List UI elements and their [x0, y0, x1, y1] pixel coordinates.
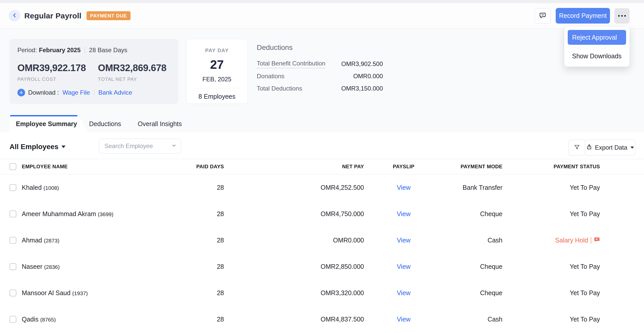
hold-comment-icon[interactable]: [594, 237, 600, 244]
chevron-down-icon: [61, 146, 66, 148]
net-pay: OMR0.000: [224, 237, 364, 244]
paid-days: 28: [175, 184, 224, 191]
row-checkbox[interactable]: [9, 184, 16, 191]
payroll-cost-label: PAYROLL COST: [17, 76, 98, 82]
comments-button[interactable]: [535, 8, 551, 24]
row-checkbox[interactable]: [9, 316, 16, 323]
menu-divider: [566, 48, 628, 48]
payslip-view-link[interactable]: View: [397, 289, 411, 296]
payslip-view-link[interactable]: View: [397, 237, 411, 244]
tab-deductions[interactable]: Deductions: [89, 115, 121, 132]
net-pay: OMR4,750.000: [224, 210, 364, 218]
page-title: Regular Payroll: [24, 12, 81, 20]
paid-days: 28: [175, 263, 224, 270]
record-payment-button[interactable]: Record Payment: [556, 8, 610, 24]
paid-days: 28: [175, 237, 224, 244]
chevron-left-icon: [12, 13, 17, 19]
payment-mode: Cash: [443, 316, 502, 323]
row-checkbox[interactable]: [9, 290, 16, 296]
net-pay: OMR3,320.000: [224, 289, 364, 297]
back-button[interactable]: [9, 10, 20, 21]
col-payment-status: PAYMENT STATUS: [502, 164, 600, 170]
row-checkbox[interactable]: [9, 263, 16, 270]
bank-advice-link[interactable]: Bank Advice: [98, 89, 132, 96]
payment-status: Yet To Pay: [502, 263, 600, 270]
table-header: EMPLOYEE NAME PAID DAYS NET PAY PAYSLIP …: [0, 159, 644, 174]
payroll-summary-card: Period: February 2025 28 Base Days OMR39…: [9, 39, 178, 104]
tab-overall-insights[interactable]: Overall Insights: [138, 115, 182, 132]
table-body: Khaled (1008) 28 OMR4,252.500 View Bank …: [0, 174, 644, 332]
employee-filter-dropdown[interactable]: All Employees: [9, 143, 66, 151]
paid-days: 28: [175, 210, 224, 218]
net-pay: OMR2,850.000: [224, 263, 364, 270]
deductions-title: Deductions: [257, 43, 383, 52]
divider: [85, 47, 85, 53]
employee-id: (1008): [44, 185, 59, 191]
chevron-down-icon: [171, 143, 177, 149]
employee-summary-panel: All Employees Export Data EMPLOYEE NAME …: [0, 132, 644, 333]
export-icon: [586, 144, 592, 151]
col-payment-mode: PAYMENT MODE: [443, 164, 502, 170]
download-icon: [17, 89, 25, 96]
payment-status: Yet To Pay: [502, 184, 600, 191]
base-days: 28 Base Days: [89, 47, 127, 54]
employee-id: (3699): [98, 211, 113, 217]
col-employee-name: EMPLOYEE NAME: [22, 164, 175, 170]
employee-name: Khaled: [22, 184, 42, 191]
export-data-button[interactable]: Export Data: [585, 140, 635, 156]
payment-status: Yet To Pay: [502, 210, 600, 218]
payment-mode: Cheque: [443, 289, 502, 297]
employee-name: Naseer: [22, 263, 42, 270]
net-pay: OMR4,837.500: [224, 316, 364, 323]
payment-mode: Cheque: [443, 210, 502, 218]
menu-item-reject-approval[interactable]: Reject Approval: [568, 30, 626, 45]
deduction-row: Total Deductions OMR3,150.000: [257, 82, 383, 95]
payday-employee-count: 8 Employees: [186, 93, 248, 100]
total-net-pay-label: TOTAL NET PAY: [98, 76, 179, 82]
deduction-label-donations: Donations: [257, 73, 284, 80]
col-paid-days: PAID DAYS: [175, 164, 224, 170]
status-badge: PAYMENT DUE: [87, 11, 131, 20]
filter-button[interactable]: [568, 140, 585, 156]
employee-id: (2836): [44, 264, 60, 270]
employee-search-select[interactable]: [99, 139, 181, 153]
menu-item-show-downloads[interactable]: Show Downloads: [564, 49, 629, 63]
salary-hold-status[interactable]: Salary Hold: [555, 237, 600, 244]
deductions-summary: Deductions Total Benefit Contribution OM…: [257, 43, 383, 95]
deduction-row: Total Benefit Contribution OMR3,902.500: [257, 58, 383, 70]
page-header: Regular Payroll PAYMENT DUE Record Payme…: [0, 3, 644, 29]
payment-status: Yet To Pay: [502, 289, 600, 297]
tab-bar: Employee Summary Deductions Overall Insi…: [0, 115, 644, 132]
payment-mode: Bank Transfer: [443, 184, 502, 191]
select-all-checkbox[interactable]: [9, 163, 16, 170]
search-input[interactable]: [104, 142, 171, 150]
payday-month-year: FEB, 2025: [186, 76, 248, 83]
tab-employee-summary[interactable]: Employee Summary: [9, 115, 88, 132]
employee-name: Mansoor Al Saud: [22, 289, 70, 296]
deduction-label-benefit[interactable]: Total Benefit Contribution: [257, 60, 325, 68]
payslip-view-link[interactable]: View: [397, 263, 411, 270]
payday-day: 27: [186, 58, 248, 72]
comment-icon: [539, 12, 546, 20]
payslip-view-link[interactable]: View: [397, 316, 411, 323]
more-options-button[interactable]: [614, 8, 630, 24]
deduction-value-donations: OMR0.000: [353, 73, 383, 80]
payslip-view-link[interactable]: View: [397, 210, 411, 217]
employee-id: (2873): [44, 238, 59, 243]
table-row: Khaled (1008) 28 OMR4,252.500 View Bank …: [0, 174, 644, 201]
col-net-pay: NET PAY: [224, 164, 364, 170]
more-options-menu: Reject Approval Show Downloads: [564, 26, 630, 67]
employee-name: Ahmad: [22, 237, 42, 244]
table-row: Naseer (2836) 28 OMR2,850.000 View Chequ…: [0, 253, 644, 280]
filter-icon: [574, 144, 580, 151]
deduction-row: Donations OMR0.000: [257, 70, 383, 82]
employee-name: Qadis: [22, 316, 38, 323]
payment-mode: Cheque: [443, 263, 502, 270]
payslip-view-link[interactable]: View: [397, 184, 411, 191]
row-checkbox[interactable]: [9, 210, 16, 217]
divider: [591, 237, 591, 244]
paid-days: 28: [175, 289, 224, 297]
wage-file-link[interactable]: Wage File: [62, 89, 90, 96]
row-checkbox[interactable]: [9, 237, 16, 244]
chevron-down-icon: [630, 147, 634, 149]
